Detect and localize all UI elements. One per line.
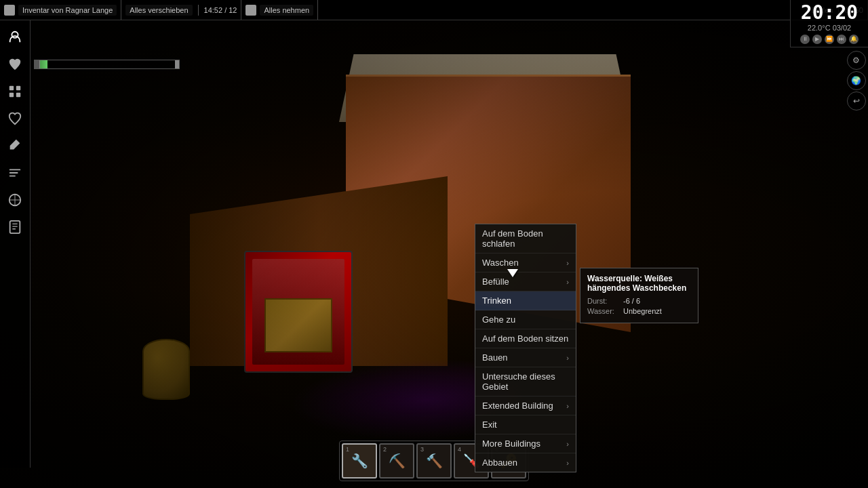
svg-rect-1 bbox=[9, 86, 14, 90]
hotbar-slot-4-number: 4 bbox=[458, 446, 461, 453]
clock-time: 20:20 bbox=[801, 3, 858, 22]
svg-rect-6 bbox=[9, 172, 18, 174]
menu-item-befulle-label: Befülle bbox=[482, 277, 509, 287]
hotbar-slot-2-icon: ⛏️ bbox=[389, 454, 406, 468]
menu-item-sit-floor-label: Auf dem Boden sitzen bbox=[482, 333, 568, 344]
sidebar-crafting-button[interactable] bbox=[4, 135, 26, 157]
health-bar-left-marker bbox=[35, 60, 40, 68]
hotbar-slot-1[interactable]: 1 🔧 bbox=[342, 443, 377, 479]
extended-building-arrow: › bbox=[566, 402, 569, 410]
menu-item-untersuche[interactable]: Untersuche dieses Gebiet bbox=[475, 367, 576, 396]
globe-button[interactable]: 🌍 bbox=[847, 71, 866, 90]
menu-item-abbauen[interactable]: Abbauen › bbox=[475, 453, 576, 472]
pause-button[interactable]: ⏸ bbox=[800, 35, 810, 44]
bell-button[interactable]: 🔔 bbox=[849, 35, 859, 44]
tooltip-row-durst: Durst: -6 / 6 bbox=[587, 297, 691, 305]
menu-item-untersuche-label: Untersuche dieses Gebiet bbox=[482, 371, 569, 392]
hotbar-slot-3-icon: 🔨 bbox=[426, 454, 443, 468]
bauen-arrow: › bbox=[566, 354, 569, 362]
svg-rect-4 bbox=[16, 93, 20, 97]
take-all-icon bbox=[245, 5, 256, 16]
abbauen-arrow: › bbox=[566, 459, 569, 467]
hotbar-slot-3[interactable]: 3 🔨 bbox=[416, 443, 452, 479]
menu-item-bauen-label: Bauen bbox=[482, 352, 508, 363]
take-all-button[interactable]: Alles nehmen bbox=[260, 5, 313, 16]
crate bbox=[264, 298, 332, 352]
menu-item-gehe-zu-label: Gehe zu bbox=[482, 314, 515, 325]
skip-button[interactable]: ⏭ bbox=[837, 35, 846, 44]
health-bar-right-marker bbox=[175, 60, 179, 68]
game-world bbox=[0, 0, 868, 488]
clock-temperature: 22.0°C 03/02 bbox=[808, 24, 851, 32]
menu-item-exit[interactable]: Exit bbox=[475, 415, 576, 434]
hotbar-slot-2-number: 2 bbox=[383, 446, 387, 453]
sidebar-map-button[interactable] bbox=[4, 189, 26, 211]
inventory-icon bbox=[4, 5, 15, 16]
fast-forward-button[interactable]: ⏩ bbox=[825, 35, 834, 44]
inventory-section: Inventar von Ragnar Lange bbox=[0, 0, 121, 20]
sidebar-skills-button[interactable] bbox=[4, 162, 26, 184]
right-mini-icons: ⚙ 🌍 ↩ bbox=[844, 47, 868, 114]
menu-item-extended-building[interactable]: Extended Building › bbox=[475, 396, 576, 415]
health-bar-container bbox=[34, 60, 180, 69]
tooltip-wasser-label: Wasser: bbox=[587, 307, 618, 315]
hotbar-slot-1-number: 1 bbox=[346, 446, 349, 453]
tooltip-durst-label: Durst: bbox=[587, 297, 618, 305]
clock-controls: ⏸ ▶ ⏩ ⏭ 🔔 bbox=[800, 35, 859, 44]
svg-rect-7 bbox=[9, 176, 16, 177]
menu-item-waschen-label: Waschen bbox=[482, 258, 519, 268]
top-bar: Inventar von Ragnar Lange Alles verschie… bbox=[0, 0, 868, 20]
tooltip-row-wasser: Wasser: Unbegrenzt bbox=[587, 307, 691, 315]
barrel bbox=[142, 339, 190, 400]
health-bar-fill bbox=[40, 60, 47, 68]
move-all-button[interactable]: Alles verschieben bbox=[125, 5, 192, 16]
sidebar-status-button[interactable] bbox=[4, 108, 26, 129]
menu-item-sit-floor[interactable]: Auf dem Boden sitzen bbox=[475, 329, 576, 348]
menu-item-more-buildings[interactable]: More Buildings › bbox=[475, 434, 576, 453]
hotbar-slot-3-number: 3 bbox=[420, 446, 424, 453]
menu-item-bauen[interactable]: Bauen › bbox=[475, 348, 576, 367]
tooltip-wasser-value: Unbegrenzt bbox=[623, 307, 662, 315]
menu-item-trinken-label: Trinken bbox=[482, 296, 511, 306]
move-all-section: Alles verschieben 14:52 / 12 bbox=[121, 0, 241, 20]
separator bbox=[198, 5, 199, 16]
svg-rect-3 bbox=[9, 93, 14, 97]
menu-item-waschen[interactable]: Waschen › bbox=[475, 253, 576, 272]
menu-item-exit-label: Exit bbox=[482, 420, 497, 430]
more-buildings-arrow: › bbox=[566, 440, 569, 448]
menu-item-sleep-floor[interactable]: Auf dem Boden schlafen bbox=[475, 224, 576, 253]
inventory-label[interactable]: Inventar von Ragnar Lange bbox=[18, 5, 117, 16]
tooltip-title: Wasserquelle: Weißes hängendes Waschbeck… bbox=[587, 274, 691, 293]
menu-item-befulle[interactable]: Befülle › bbox=[475, 272, 576, 291]
play-button[interactable]: ▶ bbox=[812, 35, 822, 44]
tooltip-panel: Wasserquelle: Weißes hängendes Waschbeck… bbox=[580, 268, 698, 323]
context-menu: Auf dem Boden schlafen Waschen › Befülle… bbox=[475, 224, 576, 472]
waschen-arrow: › bbox=[566, 259, 569, 267]
svg-rect-5 bbox=[9, 169, 21, 171]
settings-button[interactable]: ⚙ bbox=[847, 51, 866, 70]
menu-item-abbauen-label: Abbauen bbox=[482, 458, 517, 468]
hotbar-slot-1-icon: 🔧 bbox=[351, 454, 368, 468]
svg-rect-2 bbox=[16, 86, 20, 90]
menu-item-gehe-zu[interactable]: Gehe zu bbox=[475, 310, 576, 329]
back-button[interactable]: ↩ bbox=[847, 92, 866, 110]
clock-panel: 20:20 22.0°C 03/02 ⏸ ▶ ⏩ ⏭ 🔔 bbox=[790, 0, 868, 47]
menu-item-sleep-floor-label: Auf dem Boden schlafen bbox=[482, 228, 569, 249]
befulle-arrow: › bbox=[566, 278, 569, 286]
left-sidebar bbox=[0, 20, 31, 468]
sidebar-journal-button[interactable] bbox=[4, 216, 26, 238]
menu-item-trinken[interactable]: Trinken bbox=[475, 291, 576, 310]
hotbar-slot-2[interactable]: 2 ⛏️ bbox=[379, 443, 414, 479]
sidebar-inventory-button[interactable] bbox=[4, 81, 26, 102]
menu-item-more-buildings-label: More Buildings bbox=[482, 439, 540, 449]
slot-count: 14:52 / 12 bbox=[204, 6, 237, 14]
take-all-section: Alles nehmen bbox=[241, 0, 318, 20]
sidebar-heart-button[interactable] bbox=[4, 54, 26, 75]
tooltip-durst-value: -6 / 6 bbox=[623, 297, 640, 305]
menu-item-extended-building-label: Extended Building bbox=[482, 401, 553, 411]
svg-rect-9 bbox=[10, 221, 20, 233]
sidebar-backpack-button[interactable] bbox=[4, 26, 26, 48]
